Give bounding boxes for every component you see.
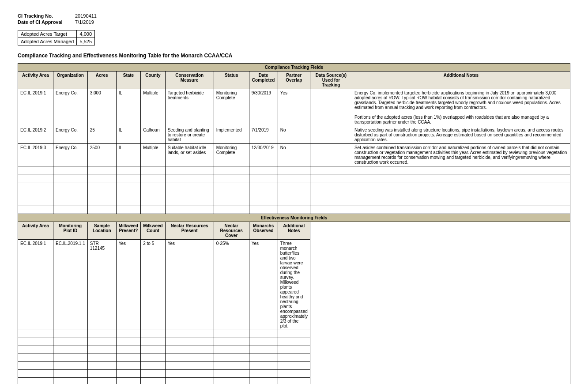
compliance-cell: Seeding and planting to restore or creat…	[165, 126, 214, 144]
empty-cell	[53, 206, 88, 214]
col-date-completed: Date Completed	[249, 72, 278, 89]
eff-col-milkweed-count: Milkweed Count	[141, 222, 165, 240]
empty-cell	[214, 378, 249, 384]
compliance-cell: Yes	[278, 89, 310, 126]
effectiveness-cell: 0-25%	[214, 240, 249, 330]
empty-cell	[310, 166, 352, 174]
empty-cell	[278, 338, 310, 346]
compliance-empty-row	[18, 182, 570, 190]
empty-cell	[214, 190, 249, 198]
empty-cell	[352, 206, 570, 214]
col-acres: Acres	[87, 72, 116, 89]
compliance-cell: 7/1/2019	[249, 126, 278, 144]
acres-target-label: Adopted Acres Target	[18, 30, 77, 38]
empty-cell	[249, 190, 278, 198]
empty-cell	[18, 354, 53, 362]
effectiveness-empty-row	[18, 346, 570, 354]
empty-cell	[214, 370, 249, 378]
col-activity-area: Activity Area	[18, 72, 53, 89]
empty-cell	[310, 174, 352, 182]
compliance-cell: IL	[116, 89, 140, 126]
empty-cell	[278, 190, 310, 198]
empty-cell	[87, 206, 116, 214]
eff-col-notes: Additional Notes	[278, 222, 310, 240]
empty-cell	[278, 354, 310, 362]
effectiveness-cell: EC.IL.2019.1.1	[53, 240, 88, 330]
empty-cell	[165, 182, 214, 190]
empty-cell	[116, 330, 140, 338]
empty-cell	[116, 182, 140, 190]
empty-cell	[141, 346, 165, 354]
effectiveness-empty-row	[18, 338, 570, 346]
empty-cell	[214, 338, 249, 346]
empty-cell	[141, 370, 165, 378]
empty-cell	[87, 370, 116, 378]
eff-col-activity-area: Activity Area	[18, 222, 53, 240]
empty-cell	[53, 166, 88, 174]
compliance-cell: Multiple	[141, 89, 165, 126]
empty-cell	[53, 354, 88, 362]
empty-cell	[165, 166, 214, 174]
empty-cell	[53, 378, 88, 384]
compliance-cell: Calhoun	[141, 126, 165, 144]
empty-cell	[278, 206, 310, 214]
effectiveness-data-row: EC.IL.2019.1EC.IL.2019.1.1STR 112145Yes2…	[18, 240, 570, 330]
empty-cell	[165, 378, 214, 384]
compliance-cell: No	[278, 144, 310, 166]
empty-cell	[249, 174, 278, 182]
effectiveness-header: Effectiveness Monitoring Fields	[18, 214, 570, 222]
compliance-cell	[310, 126, 352, 144]
empty-cell	[87, 362, 116, 370]
empty-cell	[165, 330, 214, 338]
empty-cell	[141, 206, 165, 214]
effectiveness-cell: 2 to 5	[141, 240, 165, 330]
compliance-cell: Suitable habitat idle lands, or set-asid…	[165, 144, 214, 166]
empty-cell	[116, 198, 140, 206]
empty-cell	[310, 206, 352, 214]
empty-cell	[141, 362, 165, 370]
empty-cell	[249, 198, 278, 206]
empty-cell	[116, 338, 140, 346]
eff-col-monarchs: Monarchs Observed	[249, 222, 278, 240]
effectiveness-empty-row	[18, 354, 570, 362]
empty-cell	[116, 370, 140, 378]
col-status: Status	[214, 72, 249, 89]
empty-cell	[116, 190, 140, 198]
acres-managed-label: Adopted Acres Managed	[18, 38, 77, 45]
acres-table: Adopted Acres Target 4,000 Adopted Acres…	[18, 30, 95, 45]
empty-cell	[87, 190, 116, 198]
compliance-cell: 3,000	[87, 89, 116, 126]
compliance-empty-row	[18, 190, 570, 198]
empty-cell	[249, 166, 278, 174]
empty-cell	[352, 190, 570, 198]
effectiveness-cell: Yes	[165, 240, 214, 330]
empty-cell	[116, 174, 140, 182]
compliance-empty-row	[18, 206, 570, 214]
empty-cell	[87, 198, 116, 206]
empty-cell	[18, 206, 53, 214]
empty-cell	[87, 174, 116, 182]
empty-cell	[53, 362, 88, 370]
empty-cell	[214, 362, 249, 370]
empty-cell	[18, 190, 53, 198]
empty-cell	[53, 174, 88, 182]
empty-cell	[116, 354, 140, 362]
empty-cell	[278, 166, 310, 174]
empty-cell	[87, 166, 116, 174]
eff-col-sample-location: Sample Location	[87, 222, 116, 240]
empty-cell	[116, 346, 140, 354]
compliance-cell: EC.IL.2019.3	[18, 144, 53, 166]
compliance-cell: Set-asides contained transmission corrid…	[352, 144, 570, 166]
empty-cell	[18, 198, 53, 206]
empty-cell	[141, 330, 165, 338]
empty-cell	[310, 190, 352, 198]
empty-cell	[214, 174, 249, 182]
empty-cell	[53, 370, 88, 378]
empty-cell	[87, 354, 116, 362]
empty-cell	[18, 330, 53, 338]
empty-cell	[18, 174, 53, 182]
compliance-data-row: EC.IL.2019.2Energy Co.25ILCalhounSeeding…	[18, 126, 570, 144]
compliance-cell: Multiple	[141, 144, 165, 166]
empty-cell	[310, 198, 352, 206]
effectiveness-empty-row	[18, 362, 570, 370]
